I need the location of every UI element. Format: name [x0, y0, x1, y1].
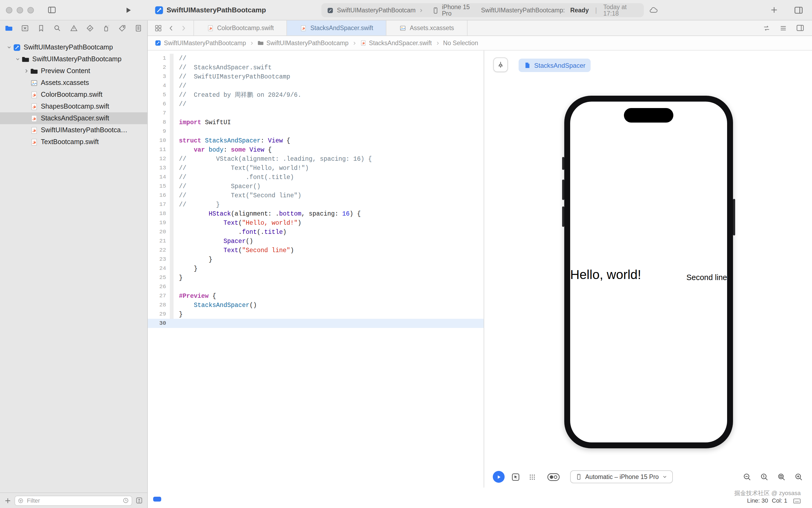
pin-preview-button[interactable]	[493, 57, 508, 72]
code-line-3[interactable]: 3// SwiftUIMasteryPathBootcamp	[148, 72, 484, 81]
sidebar-item-assets-xcassets[interactable]: Assets.xcassets	[0, 77, 147, 89]
line-number[interactable]: 2	[148, 63, 169, 72]
find-navigator-icon[interactable]	[53, 24, 61, 32]
preview-chip[interactable]: StacksAndSpacer	[518, 58, 591, 72]
code-line-21[interactable]: 21 Spacer()	[148, 237, 484, 246]
zoom-window-button[interactable]	[28, 7, 34, 13]
filter-field[interactable]	[14, 495, 132, 506]
project-navigator-icon[interactable]	[5, 24, 13, 32]
code-line-8[interactable]: 8import SwiftUI	[148, 118, 484, 127]
line-number[interactable]: 20	[148, 227, 169, 237]
line-number[interactable]: 10	[148, 136, 169, 145]
line-number[interactable]: 29	[148, 310, 169, 319]
source-control-navigator-icon[interactable]	[21, 24, 29, 32]
sidebar-item-stacksandspacer-swift[interactable]: StacksAndSpacer.swift	[0, 112, 147, 124]
line-number[interactable]: 26	[148, 282, 169, 291]
code-line-23[interactable]: 23 }	[148, 255, 484, 264]
toggle-navigator-icon[interactable]	[47, 5, 56, 14]
code-line-25[interactable]: 25}	[148, 273, 484, 282]
zoom-actual-icon[interactable]	[760, 472, 769, 481]
report-navigator-icon[interactable]	[134, 24, 142, 32]
recent-files-icon[interactable]	[123, 497, 129, 504]
code-line-7[interactable]: 7	[148, 109, 484, 118]
line-number[interactable]: 14	[148, 173, 169, 182]
source-editor[interactable]: 1//2// StacksAndSpacer.swift3// SwiftUIM…	[148, 50, 484, 488]
selectable-preview-button[interactable]	[509, 471, 521, 483]
toggle-inspector-icon[interactable]	[794, 5, 803, 15]
line-number[interactable]: 27	[148, 291, 169, 300]
line-number[interactable]: 8	[148, 118, 169, 127]
line-number[interactable]: 30	[148, 319, 169, 328]
code-line-30[interactable]: 30	[148, 319, 484, 328]
go-forward-icon[interactable]	[180, 25, 187, 32]
device-settings-button[interactable]	[547, 473, 560, 481]
split-editor-icon[interactable]	[796, 24, 805, 32]
code-line-26[interactable]: 26	[148, 282, 484, 291]
line-number[interactable]: 13	[148, 163, 169, 173]
line-number[interactable]: 22	[148, 246, 169, 255]
code-line-28[interactable]: 28 StacksAndSpacer()	[148, 300, 484, 310]
code-review-icon[interactable]	[763, 24, 771, 32]
scheme-selector[interactable]: SwiftUIMasteryPathBootcam	[337, 7, 416, 13]
code-line-20[interactable]: 20 .font(.title)	[148, 227, 484, 237]
code-line-22[interactable]: 22 Text("Second line")	[148, 246, 484, 255]
bookmark-navigator-icon[interactable]	[37, 24, 45, 32]
minimize-window-button[interactable]	[17, 7, 23, 13]
sidebar-item-colorbootcamp-swift[interactable]: ColorBootcamp.swift	[0, 89, 147, 100]
code-line-19[interactable]: 19 Text("Hello, world!")	[148, 218, 484, 227]
line-number[interactable]: 9	[148, 127, 169, 136]
minimap-menu-icon[interactable]	[779, 24, 787, 32]
line-number[interactable]: 23	[148, 255, 169, 264]
sidebar-item-preview-content[interactable]: Preview Content	[0, 65, 147, 77]
line-number[interactable]: 12	[148, 154, 169, 163]
sidebar-item-shapesbootcamp-swift[interactable]: ShapesBootcamp.swift	[0, 100, 147, 112]
disclosure-down-icon[interactable]	[15, 56, 20, 62]
editor-tab[interactable]: Assets.xcassets	[387, 20, 467, 36]
go-back-icon[interactable]	[168, 25, 175, 32]
variants-button[interactable]	[526, 471, 538, 483]
debug-navigator-icon[interactable]	[102, 24, 110, 32]
line-number[interactable]: 18	[148, 209, 169, 218]
line-number[interactable]: 5	[148, 90, 169, 99]
add-file-button[interactable]	[4, 497, 11, 504]
issue-navigator-icon[interactable]	[70, 24, 78, 32]
add-editor-button[interactable]	[770, 6, 778, 14]
zoom-out-icon[interactable]	[743, 472, 752, 481]
related-items-icon[interactable]	[154, 24, 162, 32]
line-number[interactable]: 1	[148, 54, 169, 63]
sidebar-item-swiftuimasterypathbootcamp[interactable]: SwiftUIMasteryPathBootcamp	[0, 53, 147, 65]
breadcrumb-item[interactable]: No Selection	[443, 40, 478, 46]
disclosure-right-icon[interactable]	[24, 68, 29, 74]
code-line-29[interactable]: 29}	[148, 310, 484, 319]
live-preview-button[interactable]	[493, 471, 505, 483]
editor-tab[interactable]: ColorBootcamp.swift	[193, 20, 287, 36]
line-col-indicator[interactable]: Line: 30Col: 1	[747, 497, 787, 504]
line-number[interactable]: 15	[148, 182, 169, 191]
line-number[interactable]: 6	[148, 99, 169, 109]
sidebar-item-textbootcamp-swift[interactable]: TextBootcamp.swift	[0, 136, 147, 148]
code-line-13[interactable]: 13// Text("Hello, world!")	[148, 163, 484, 173]
breakpoint-navigator-icon[interactable]	[118, 24, 126, 32]
editor-tab[interactable]: StacksAndSpacer.swift	[287, 20, 387, 36]
close-window-button[interactable]	[6, 7, 12, 13]
line-number[interactable]: 21	[148, 237, 169, 246]
code-line-15[interactable]: 15// Spacer()	[148, 182, 484, 191]
code-line-16[interactable]: 16// Text("Second line")	[148, 191, 484, 200]
zoom-fit-icon[interactable]	[777, 472, 786, 481]
sidebar-item-swiftuimasterypathbootcamp[interactable]: SwiftUIMasteryPathBootcamp	[0, 41, 147, 53]
line-number[interactable]: 17	[148, 200, 169, 209]
show-only-icon[interactable]	[135, 497, 143, 504]
code-line-4[interactable]: 4//	[148, 81, 484, 90]
code-line-9[interactable]: 9	[148, 127, 484, 136]
line-number[interactable]: 3	[148, 72, 169, 81]
code-line-10[interactable]: 10struct StacksAndSpacer: View {	[148, 136, 484, 145]
line-number[interactable]: 24	[148, 264, 169, 273]
test-navigator-icon[interactable]	[86, 24, 94, 32]
code-line-27[interactable]: 27#Preview {	[148, 291, 484, 300]
line-number[interactable]: 7	[148, 109, 169, 118]
cloud-status-icon[interactable]	[649, 6, 658, 14]
code-line-18[interactable]: 18 HStack(alignment: .bottom, spacing: 1…	[148, 209, 484, 218]
breadcrumb-item[interactable]: StacksAndSpacer.swift	[360, 40, 432, 46]
disclosure-down-icon[interactable]	[6, 45, 12, 50]
keyboard-icon[interactable]	[793, 497, 801, 505]
